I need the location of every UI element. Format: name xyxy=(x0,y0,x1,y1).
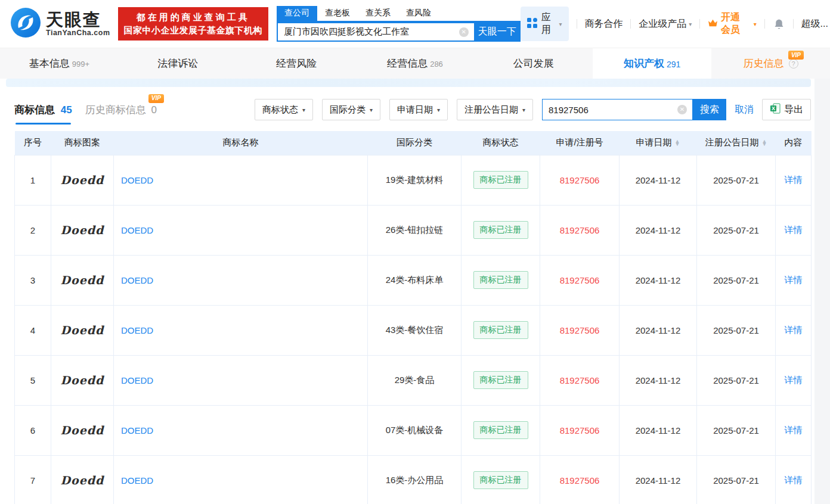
subtab-history-trademark[interactable]: VIP 历史商标信息 0 xyxy=(85,103,157,117)
trademark-image[interactable]: Doedd xyxy=(61,424,104,437)
clear-search-icon[interactable]: ✕ xyxy=(459,27,469,37)
filter-trademark-status[interactable]: 商标状态 ▾ xyxy=(255,99,313,120)
trademark-image[interactable]: Doedd xyxy=(61,223,104,237)
status-badge: 商标已注册 xyxy=(473,271,528,289)
trademark-image[interactable]: Doedd xyxy=(61,273,104,287)
trademark-table: 序号 商标图案 商标名称 国际分类 商标状态 申请/注册号 申请日期▲▼ 注册公… xyxy=(14,131,812,504)
trademark-name-link[interactable]: DOEDD xyxy=(121,275,153,285)
company-searchbox: 查公司 查老板 查关系 查风险 ✕ 天眼一下 xyxy=(277,6,521,42)
search-tab-boss[interactable]: 查老板 xyxy=(317,6,358,21)
col-publish-date: 注册公告日期▲▼ xyxy=(697,131,776,155)
notifications-bell-icon[interactable] xyxy=(773,18,785,30)
trademark-name-link[interactable]: DOEDD xyxy=(121,225,153,235)
table-header-row: 序号 商标图案 商标名称 国际分类 商标状态 申请/注册号 申请日期▲▼ 注册公… xyxy=(15,131,812,155)
subtab-trademark-info[interactable]: 商标信息 45 xyxy=(14,103,72,117)
trademark-image[interactable]: Doedd xyxy=(61,323,104,337)
intl-class-cell: 24类-布料床单 xyxy=(368,255,462,305)
chevron-down-icon: ▾ xyxy=(522,107,525,113)
top-header: 天眼查 TianYanCha.com 都在用的商业查询工具 国家中小企业发展子基… xyxy=(0,0,830,48)
tab-operation-risk[interactable]: 经营风险 xyxy=(237,48,356,79)
col-trademark-name: 商标名称 xyxy=(114,131,368,155)
trademark-subtabs: 商标信息 45 VIP 历史商标信息 0 xyxy=(14,103,157,117)
tab-basic-info[interactable]: 基本信息 999+ xyxy=(0,48,119,79)
filter-label: 国际分类 xyxy=(330,104,366,116)
tab-history-info[interactable]: VIP 历史信息 ? xyxy=(711,48,830,79)
account-label: 超级... xyxy=(801,18,828,30)
company-search-input[interactable] xyxy=(278,27,474,37)
trademark-name-link[interactable]: DOEDD xyxy=(121,175,153,185)
intl-class-cell: 16类-办公用品 xyxy=(368,455,462,504)
apps-menu-button[interactable]: 应用 ▾ xyxy=(521,7,569,41)
sort-toggle[interactable]: ▲▼ xyxy=(762,140,767,146)
detail-link[interactable]: 详情 xyxy=(785,275,803,285)
detail-link[interactable]: 详情 xyxy=(785,475,803,485)
filter-apply-date[interactable]: 申请日期 ▾ xyxy=(389,99,448,120)
trademark-image[interactable]: Doedd xyxy=(61,474,104,487)
trademark-name-link[interactable]: DOEDD xyxy=(121,375,153,385)
row-index: 6 xyxy=(15,405,51,455)
detail-link[interactable]: 详情 xyxy=(785,325,803,335)
reg-number-cell: 81927506 xyxy=(540,205,620,255)
tab-company-development[interactable]: 公司发展 xyxy=(474,48,593,79)
row-index: 1 xyxy=(15,155,51,205)
clear-keyword-icon[interactable]: ✕ xyxy=(677,105,687,114)
sort-toggle[interactable]: ▲▼ xyxy=(675,140,680,146)
col-label: 申请日期 xyxy=(636,137,672,147)
tianyancha-logo[interactable]: 天眼查 TianYanCha.com xyxy=(11,8,110,40)
trademark-name-link[interactable]: DOEDD xyxy=(121,475,153,486)
tab-legal-proceedings[interactable]: 法律诉讼 xyxy=(119,48,237,79)
export-button[interactable]: X 导出 xyxy=(762,99,811,120)
table-row: 7 Doedd DOEDD 16类-办公用品 商标已注册 81927506 20… xyxy=(15,455,812,504)
trademark-name-link[interactable]: DOEDD xyxy=(121,425,153,435)
detail-link[interactable]: 详情 xyxy=(785,425,803,435)
col-reg-number: 申请/注册号 xyxy=(540,131,620,155)
col-status: 商标状态 xyxy=(462,131,540,155)
divider xyxy=(577,19,577,29)
table-row: 5 Doedd DOEDD 29类-食品 商标已注册 81927506 2024… xyxy=(15,355,812,405)
tab-business-info[interactable]: 经营信息 286 xyxy=(356,48,475,79)
trademark-toolbar: 商标信息 45 VIP 历史商标信息 0 商标状态 ▾ 国际分类 ▾ 申请日期 … xyxy=(14,99,811,120)
chevron-down-icon: ▾ xyxy=(559,21,562,27)
status-badge: 商标已注册 xyxy=(473,371,528,389)
divider xyxy=(793,19,794,29)
detail-link[interactable]: 详情 xyxy=(785,225,803,235)
reg-number-cell: 81927506 xyxy=(540,455,620,504)
keyword-search-button[interactable]: 搜索 xyxy=(693,99,726,120)
ip-content-panel: 商标信息 45 VIP 历史商标信息 0 商标状态 ▾ 国际分类 ▾ 申请日期 … xyxy=(0,79,813,504)
search-type-tabs: 查公司 查老板 查关系 查风险 xyxy=(277,6,521,22)
tianyan-search-button[interactable]: 天眼一下 xyxy=(474,22,521,42)
sort-down-icon: ▼ xyxy=(675,143,680,146)
keyword-search-input[interactable] xyxy=(543,105,692,115)
trademark-image[interactable]: Doedd xyxy=(61,173,104,186)
apply-date-cell: 2024-11-12 xyxy=(620,305,697,355)
search-tab-risk[interactable]: 查风险 xyxy=(398,6,439,21)
vip-badge: VIP xyxy=(788,51,804,60)
nav-account-menu[interactable]: 超级... ▾ xyxy=(801,18,828,30)
help-icon[interactable]: ? xyxy=(789,59,798,69)
nav-enterprise[interactable]: 企业级产品 ▾ xyxy=(639,18,692,30)
nav-cooperation[interactable]: 商务合作 xyxy=(584,18,622,30)
status-badge: 商标已注册 xyxy=(473,221,528,239)
crown-icon xyxy=(708,18,718,30)
filter-publish-date[interactable]: 注册公告日期 ▾ xyxy=(457,99,533,120)
detail-link[interactable]: 详情 xyxy=(785,375,803,385)
intl-class-cell: 07类-机械设备 xyxy=(368,405,462,455)
publish-date-cell: 2025-07-21 xyxy=(697,455,776,504)
subtab-count: 0 xyxy=(151,104,156,116)
filter-intl-class[interactable]: 国际分类 ▾ xyxy=(322,99,380,120)
excel-icon: X xyxy=(770,103,781,116)
detail-link[interactable]: 详情 xyxy=(785,175,803,185)
col-intl-class: 国际分类 xyxy=(368,131,462,155)
search-tab-company[interactable]: 查公司 xyxy=(277,6,317,21)
trademark-name-link[interactable]: DOEDD xyxy=(121,325,153,335)
row-index: 3 xyxy=(15,255,51,305)
svg-text:X: X xyxy=(772,105,775,111)
cancel-search-link[interactable]: 取消 xyxy=(735,104,754,116)
intl-class-cell: 26类-钮扣拉链 xyxy=(368,205,462,255)
nav-open-vip[interactable]: 开通会员 ▾ xyxy=(708,11,757,36)
reg-number-cell: 81927506 xyxy=(540,405,620,455)
promo-banner: 都在用的商业查询工具 国家中小企业发展子基金旗下机构 xyxy=(118,7,269,41)
trademark-image[interactable]: Doedd xyxy=(61,374,104,387)
tab-intellectual-property[interactable]: 知识产权 291 xyxy=(593,48,711,79)
search-tab-relation[interactable]: 查关系 xyxy=(358,6,398,21)
